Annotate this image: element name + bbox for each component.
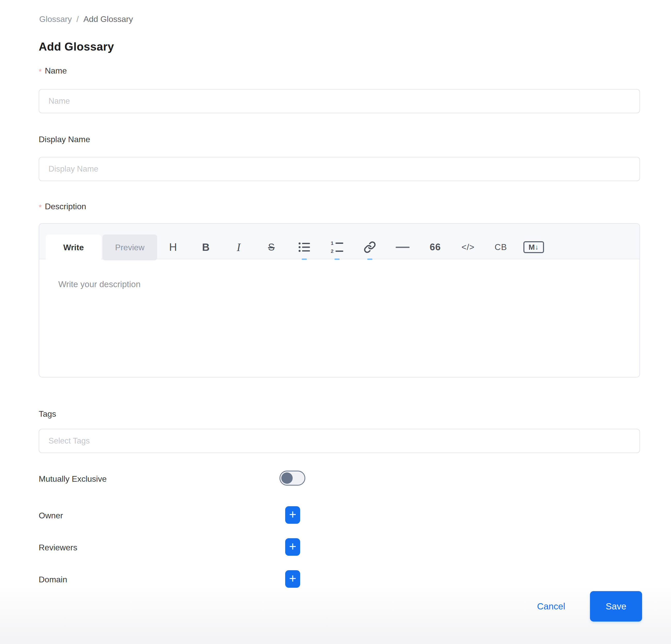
mutually-exclusive-label: Mutually Exclusive [39,474,106,484]
page-title: Add Glossary [39,40,114,53]
description-textarea[interactable] [39,259,640,376]
breadcrumb-separator: / [76,14,79,24]
breadcrumb-glossary[interactable]: Glossary [39,14,72,24]
horizontal-rule-icon[interactable] [386,234,419,260]
code-block-icon[interactable]: CB [484,234,517,260]
name-label: * Name [39,66,67,76]
name-label-text: Name [45,66,67,76]
display-name-label: Display Name [39,135,90,144]
breadcrumb: Glossary / Add Glossary [39,14,133,24]
description-editor: Write Preview H B I S [39,223,640,377]
toolbar-icons: H B I S [157,234,550,260]
markdown-icon[interactable]: M ↓ [517,234,550,260]
add-domain-button[interactable]: + [285,570,300,588]
tags-label: Tags [39,409,56,419]
form-actions: Cancel Save [537,591,642,622]
code-icon[interactable]: </> [452,234,484,260]
domain-label: Domain [39,575,67,584]
description-label-text: Description [45,202,86,211]
ordered-list-icon[interactable]: 1 2 [320,234,353,260]
mutually-exclusive-toggle[interactable] [279,471,305,486]
name-input[interactable] [39,89,640,113]
save-button[interactable]: Save [590,591,642,621]
quote-icon[interactable]: 66 [419,234,452,260]
required-asterisk: * [39,66,42,76]
strikethrough-icon[interactable]: S [255,234,288,260]
breadcrumb-add-glossary: Add Glossary [83,14,133,24]
reviewers-label: Reviewers [39,543,77,552]
required-asterisk: * [39,202,42,211]
tab-write[interactable]: Write [46,234,101,260]
display-name-label-text: Display Name [39,135,90,144]
owner-label: Owner [39,511,63,520]
description-label: * Description [39,202,86,211]
add-glossary-page: Glossary / Add Glossary Add Glossary * N… [0,0,671,644]
toggle-knob [281,473,293,484]
tags-label-text: Tags [39,409,56,419]
link-icon[interactable] [353,234,386,260]
tab-preview[interactable]: Preview [102,234,157,260]
display-name-input[interactable] [39,157,640,181]
cancel-button[interactable]: Cancel [537,601,565,611]
italic-icon[interactable]: I [222,234,255,260]
add-reviewers-button[interactable]: + [285,538,300,556]
add-owner-button[interactable]: + [285,506,300,524]
bold-icon[interactable]: B [189,234,222,260]
unordered-list-icon[interactable] [288,234,320,260]
description-editor-body [39,259,640,376]
tags-select-input[interactable] [39,429,640,453]
heading-icon[interactable]: H [157,234,189,260]
description-editor-toolbar: Write Preview H B I S [39,224,640,259]
